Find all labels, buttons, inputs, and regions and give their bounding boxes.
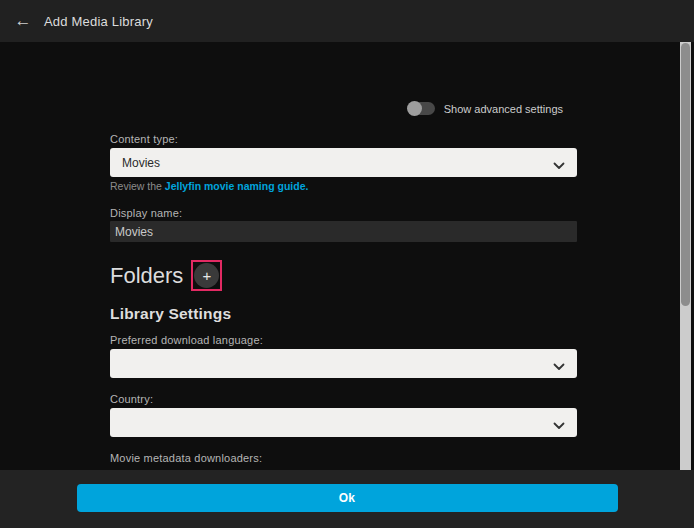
advanced-settings-toggle-row: Show advanced settings bbox=[408, 102, 563, 115]
country-label: Country: bbox=[110, 393, 153, 405]
toggle-knob bbox=[407, 101, 422, 116]
show-advanced-settings-toggle[interactable] bbox=[408, 102, 435, 115]
ok-button[interactable]: Ok bbox=[77, 484, 618, 512]
folders-heading: Folders bbox=[110, 263, 183, 289]
settings-form: Show advanced settings Content type: Mov… bbox=[0, 42, 680, 470]
naming-guide-helper: Review the Jellyfin movie naming guide. bbox=[110, 180, 308, 192]
scrollbar-track[interactable] bbox=[680, 42, 691, 470]
chevron-down-icon bbox=[553, 159, 565, 173]
chevron-down-icon bbox=[553, 419, 565, 433]
plus-icon: + bbox=[194, 263, 219, 288]
content-type-label: Content type: bbox=[110, 133, 178, 145]
library-settings-heading: Library Settings bbox=[110, 305, 231, 323]
metadata-downloaders-label: Movie metadata downloaders: bbox=[110, 452, 262, 464]
toggle-label: Show advanced settings bbox=[444, 103, 563, 115]
back-arrow-icon[interactable]: ← bbox=[8, 6, 38, 36]
display-name-label: Display name: bbox=[110, 207, 182, 219]
chevron-down-icon bbox=[553, 360, 565, 374]
preferred-language-select[interactable] bbox=[110, 349, 577, 378]
app-bar: ← Add Media Library bbox=[0, 0, 694, 42]
content-type-select[interactable]: Movies bbox=[110, 148, 577, 177]
add-folder-button[interactable]: + bbox=[191, 260, 222, 291]
dialog-footer: Ok bbox=[0, 470, 694, 528]
helper-prefix: Review the bbox=[110, 180, 165, 192]
naming-guide-link[interactable]: Jellyfin movie naming guide. bbox=[165, 180, 309, 192]
folders-section-header: Folders + bbox=[110, 260, 222, 291]
content-type-value: Movies bbox=[122, 156, 160, 170]
preferred-language-label: Preferred download language: bbox=[110, 334, 263, 346]
scrollbar-thumb[interactable] bbox=[681, 43, 690, 306]
country-select[interactable] bbox=[110, 408, 577, 437]
display-name-input[interactable] bbox=[110, 221, 577, 242]
page-title: Add Media Library bbox=[44, 14, 153, 29]
